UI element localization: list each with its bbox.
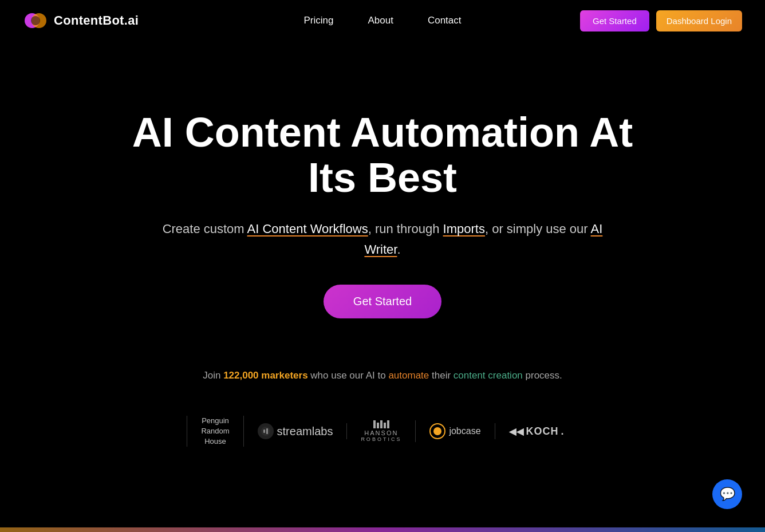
nav-actions: Get Started Dashboard Login [580, 10, 742, 31]
jobcase-icon [429, 423, 445, 439]
bottom-bar [0, 527, 765, 532]
logo-jobcase: jobcase [416, 423, 495, 439]
social-end: process. [523, 370, 562, 381]
bar2 [377, 423, 379, 428]
nav-pricing[interactable]: Pricing [304, 15, 334, 26]
koch-text: KOCH [526, 425, 559, 438]
logo-streamlabs: streamlabs [244, 423, 348, 439]
streamlabs-logo: streamlabs [258, 423, 333, 439]
logos-strip: PenguinRandomHouse streamlabs [187, 416, 578, 447]
ai-workflows-link[interactable]: AI Content Workflows [247, 222, 368, 236]
hanson-bars [373, 420, 389, 428]
jobcase-logo: jobcase [429, 423, 480, 439]
nav-links: Pricing About Contact [304, 15, 462, 26]
bar1 [373, 420, 376, 428]
logo-link[interactable]: ContentBot.ai [23, 8, 139, 33]
nav-contact[interactable]: Contact [428, 15, 462, 26]
navbar: ContentBot.ai Pricing About Contact Get … [0, 0, 765, 41]
social-count: 122,000 marketers [223, 370, 307, 381]
logo-text: ContentBot.ai [54, 13, 139, 28]
hero-subtitle: Create custom AI Content Workflows, run … [159, 219, 606, 259]
hero-section: AI Content Automation At Its Best Create… [0, 41, 765, 481]
bar5 [387, 420, 389, 428]
bar4 [384, 423, 386, 428]
social-content: content creation [454, 370, 523, 381]
dashboard-login-button[interactable]: Dashboard Login [656, 10, 742, 31]
social-pre: Join [203, 370, 223, 381]
svg-rect-4 [263, 429, 265, 433]
logo-koch: ◀◀ KOCH . [495, 425, 578, 438]
hanson-text: HANSON [364, 429, 398, 436]
jobcase-text: jobcase [449, 426, 480, 436]
social-mid2: their [429, 370, 454, 381]
subtitle-pre: Create custom [163, 222, 247, 236]
streamlabs-text: streamlabs [277, 425, 333, 438]
hanson-sub: ROBOTICS [361, 436, 401, 442]
chat-icon: 💬 [720, 487, 735, 502]
svg-point-2 [31, 16, 40, 25]
logo-penguin: PenguinRandomHouse [187, 416, 243, 447]
imports-link[interactable]: Imports [443, 222, 485, 236]
social-mid1: who use our AI to [308, 370, 389, 381]
penguin-text: PenguinRandomHouse [201, 416, 229, 447]
chat-bubble[interactable]: 💬 [712, 479, 742, 509]
svg-point-3 [261, 427, 270, 436]
jobcase-icon-inner [433, 427, 441, 435]
logo-icon [23, 8, 48, 33]
hanson-logo: HANSON ROBOTICS [361, 420, 401, 442]
streamlabs-icon [258, 423, 274, 439]
svg-rect-5 [266, 428, 268, 434]
get-started-nav-button[interactable]: Get Started [580, 10, 649, 31]
social-proof-text: Join 122,000 marketers who use our AI to… [203, 370, 562, 381]
koch-arrows: ◀◀ [509, 426, 524, 437]
nav-about[interactable]: About [368, 15, 393, 26]
subtitle-mid1: , run through [368, 222, 443, 236]
social-automate: automate [388, 370, 429, 381]
logo-hanson: HANSON ROBOTICS [347, 420, 416, 442]
koch-logo: ◀◀ KOCH . [509, 425, 565, 438]
hero-title: AI Content Automation At Its Best [125, 110, 640, 200]
get-started-hero-button[interactable]: Get Started [324, 285, 441, 318]
koch-period: . [561, 425, 565, 438]
subtitle-end: . [397, 242, 400, 257]
bar3 [380, 420, 382, 428]
subtitle-mid2: , or simply use our [485, 222, 591, 236]
